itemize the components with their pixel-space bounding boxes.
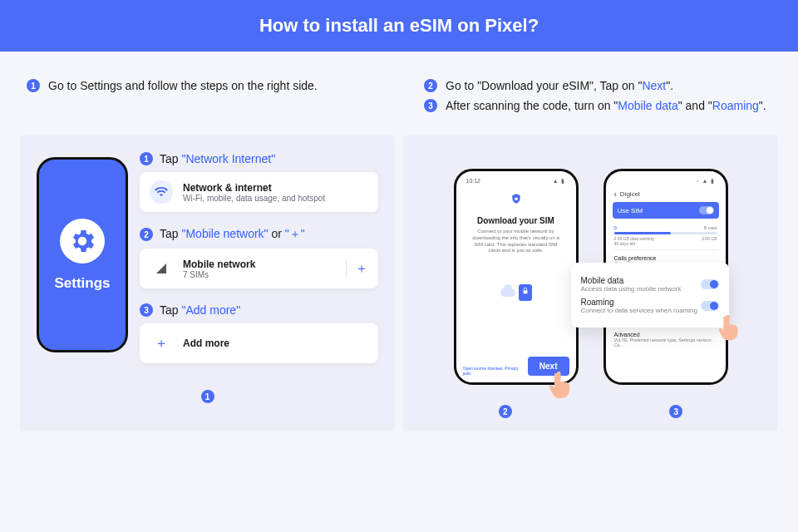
status-time: 10:12: [466, 178, 481, 185]
roaming-row[interactable]: Roaming Connect to data services when ro…: [581, 298, 719, 314]
step-number-badge: 3: [424, 99, 437, 112]
mobile-data-highlight: Mobile data: [618, 99, 677, 112]
svg-rect-1: [523, 290, 527, 293]
card-title: Add more: [183, 337, 368, 349]
card-subtitle: 7 SIMs: [183, 270, 336, 279]
signal-icon: [150, 257, 173, 280]
left-footer: 1: [37, 390, 378, 403]
intro-text: After scanning the code, turn on "Mobile…: [446, 99, 766, 112]
footer-badge-1: 1: [201, 390, 214, 403]
gear-icon: [60, 219, 105, 264]
pointer-hand-icon: [714, 314, 742, 342]
roaming-highlight: Roaming: [712, 99, 759, 112]
intro-line-2: 2 Go to "Download your eSIM", Tap on "Ne…: [424, 79, 771, 92]
toggle-icon: [699, 206, 714, 214]
back-header[interactable]: ‹ Digicel: [613, 188, 719, 202]
intro-line-1: 1 Go to Settings and follow the steps on…: [27, 79, 374, 92]
data-usage-meter: 0B used 2.00 GB data warning30 days left…: [614, 225, 717, 246]
lock-illustration: [463, 284, 569, 301]
license-link[interactable]: Open source licenses. Privacy polic: [463, 366, 528, 376]
toggles-popup: Mobile data Access data using mobile net…: [571, 263, 729, 328]
step-item: 3 Tap "Add more" ＋ Add more: [140, 303, 378, 363]
step-number-badge: 2: [140, 228, 153, 241]
footer-badge-2: 2: [499, 405, 512, 418]
step-item: 2 Tap "Mobile network" or "＋" Mobile net…: [140, 227, 378, 288]
card-title: Mobile network: [183, 259, 336, 270]
carrier-name: Digicel: [620, 190, 640, 198]
toggle-on-icon[interactable]: [701, 279, 719, 289]
intro-left: 1 Go to Settings and follow the steps on…: [27, 72, 374, 119]
plus-icon: ＋: [150, 332, 173, 355]
right-footer: 2 3: [420, 405, 761, 418]
intro-row: 1 Go to Settings and follow the steps on…: [0, 52, 798, 135]
page-title: How to install an eSIM on Pixel?: [0, 0, 798, 52]
wifi-icon: [150, 180, 173, 204]
shield-lock-icon: [510, 193, 522, 204]
toggle-on-icon[interactable]: [701, 301, 719, 311]
mobile-data-row[interactable]: Mobile data Access data using mobile net…: [581, 276, 719, 293]
download-sim-phone: 10:12 ▲ ▮ Download your SIM Connect to y…: [454, 169, 579, 385]
right-panel: 10:12 ▲ ▮ Download your SIM Connect to y…: [403, 135, 778, 431]
add-icon[interactable]: ＋: [346, 260, 368, 278]
step-number-badge: 2: [424, 79, 437, 92]
carrier-settings-phone: ◦ ▲ ▮ ‹ Digicel Use SIM 0B used 2.00 GB …: [603, 169, 728, 385]
left-panel: Settings 1 Tap "Network Internet" Networ…: [20, 135, 395, 431]
download-desc: Connect to your mobile network by downlo…: [463, 229, 569, 254]
step-number-badge: 1: [27, 79, 40, 92]
step-item: 1 Tap "Network Internet" Network & inter…: [140, 152, 378, 212]
add-more-card[interactable]: ＋ Add more: [140, 323, 378, 363]
download-title: Download your SIM: [463, 216, 569, 225]
intro-text: Go to Settings and follow the steps on t…: [48, 79, 318, 92]
content-columns: Settings 1 Tap "Network Internet" Networ…: [0, 135, 798, 448]
card-title: Network & internet: [183, 182, 368, 194]
advanced-row[interactable]: Advanced VoLTE, Preferred network type, …: [613, 326, 719, 352]
intro-text: Go to "Download your eSIM", Tap on "Next…: [446, 79, 673, 92]
chevron-left-icon: ‹: [614, 190, 617, 199]
intro-line-3: 3 After scanning the code, turn on "Mobi…: [424, 99, 771, 112]
pointer-hand-icon: [544, 371, 574, 401]
settings-label: Settings: [54, 275, 110, 292]
card-subtitle: Wi-Fi, mobile, data usage, and hotspot: [183, 194, 368, 203]
footer-badge-3: 3: [669, 405, 682, 418]
intro-right: 2 Go to "Download your eSIM", Tap on "Ne…: [424, 72, 771, 119]
use-sim-toggle-row[interactable]: Use SIM: [613, 202, 719, 219]
status-icons: ▲ ▮: [553, 178, 566, 185]
svg-rect-0: [515, 198, 518, 200]
network-internet-card[interactable]: Network & internet Wi-Fi, mobile, data u…: [140, 172, 378, 212]
steps-list: 1 Tap "Network Internet" Network & inter…: [140, 152, 378, 378]
next-highlight: Next: [642, 79, 666, 92]
status-icons: ◦ ▲ ▮: [697, 178, 715, 185]
step-number-badge: 3: [140, 303, 153, 317]
step-number-badge: 1: [140, 152, 153, 165]
settings-phone-mock: Settings: [37, 157, 128, 352]
mobile-network-card[interactable]: Mobile network 7 SIMs ＋: [140, 249, 378, 288]
